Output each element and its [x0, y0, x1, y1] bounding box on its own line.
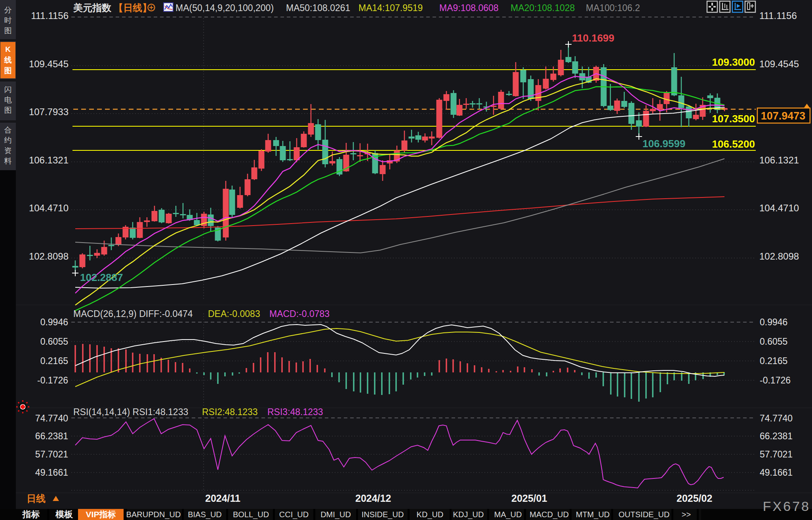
svg-text:107.9473: 107.9473	[761, 110, 806, 122]
svg-text:DMI_UD: DMI_UD	[320, 510, 351, 519]
svg-text:MA20:108.1028: MA20:108.1028	[511, 3, 575, 13]
svg-text:OUTSIDE_UD: OUTSIDE_UD	[619, 510, 670, 519]
svg-text:DEA:-0.0083: DEA:-0.0083	[208, 309, 260, 319]
svg-text:日线: 日线	[27, 493, 46, 504]
svg-text:66.2381: 66.2381	[760, 431, 793, 441]
svg-text:KD_UD: KD_UD	[417, 510, 444, 519]
svg-text:模板: 模板	[55, 509, 73, 519]
svg-text:111.1156: 111.1156	[31, 10, 69, 21]
svg-text:料: 料	[4, 157, 12, 165]
svg-text:闪: 闪	[4, 85, 12, 94]
svg-text:109.3000: 109.3000	[712, 56, 755, 68]
svg-text:0.6055: 0.6055	[760, 336, 787, 347]
svg-text:指标: 指标	[22, 509, 40, 519]
svg-text:MA50:108.0261: MA50:108.0261	[286, 3, 350, 13]
svg-text:2024/11: 2024/11	[205, 493, 240, 504]
svg-text:49.1661: 49.1661	[35, 467, 68, 478]
svg-text:109.4545: 109.4545	[29, 59, 69, 69]
svg-text:0.2165: 0.2165	[760, 356, 787, 366]
svg-text:MACD(26,12,9) DIFF:-0.0474: MACD(26,12,9) DIFF:-0.0474	[73, 309, 193, 319]
svg-text:INSIDE_UD: INSIDE_UD	[362, 510, 404, 519]
svg-text:合: 合	[4, 126, 12, 134]
svg-text:VIP指标: VIP指标	[86, 510, 116, 519]
svg-text:>>: >>	[682, 510, 691, 519]
svg-text:106.1321: 106.1321	[759, 155, 799, 165]
svg-text:时: 时	[4, 16, 12, 25]
svg-text:RSI(14,14,14) RSI1:48.1233: RSI(14,14,14) RSI1:48.1233	[73, 407, 188, 417]
svg-text:109.4545: 109.4545	[759, 59, 799, 69]
svg-text:-0.1726: -0.1726	[760, 375, 791, 385]
svg-text:K: K	[5, 45, 11, 53]
svg-text:BIAS_UD: BIAS_UD	[188, 510, 222, 519]
svg-text:【日线】: 【日线】	[114, 2, 152, 13]
svg-text:电: 电	[4, 96, 12, 104]
svg-text:102.8098: 102.8098	[759, 251, 799, 262]
svg-text:111.1156: 111.1156	[759, 10, 797, 21]
svg-text:线: 线	[4, 56, 12, 64]
svg-text:49.1661: 49.1661	[760, 467, 793, 478]
svg-text:图: 图	[4, 106, 12, 114]
svg-text:0.6055: 0.6055	[40, 336, 68, 347]
svg-text:0.9946: 0.9946	[760, 317, 787, 327]
svg-text:MA(50,14,9,20,100,200): MA(50,14,9,20,100,200)	[175, 3, 274, 13]
svg-text:0.2165: 0.2165	[40, 356, 68, 366]
svg-text:104.4710: 104.4710	[29, 203, 69, 213]
svg-text:2025/02: 2025/02	[677, 493, 712, 504]
svg-text:MA_UD: MA_UD	[494, 510, 522, 519]
svg-text:74.7740: 74.7740	[760, 413, 793, 423]
svg-text:-0.1726: -0.1726	[37, 375, 68, 385]
svg-text:RSI2:48.1233: RSI2:48.1233	[202, 407, 258, 417]
svg-text:约: 约	[4, 136, 12, 144]
svg-text:102.2887: 102.2887	[80, 271, 123, 283]
svg-text:102.8098: 102.8098	[29, 251, 69, 262]
svg-text:美元指数: 美元指数	[73, 2, 112, 13]
svg-text:66.2381: 66.2381	[35, 431, 68, 441]
svg-text:MA100:106.2: MA100:106.2	[586, 3, 640, 13]
svg-text:110.1699: 110.1699	[572, 32, 614, 44]
svg-text:MACD:-0.0783: MACD:-0.0783	[269, 309, 330, 319]
svg-text:资: 资	[4, 146, 12, 155]
svg-text:2024/12: 2024/12	[355, 493, 391, 504]
svg-text:BARUPDN_UD: BARUPDN_UD	[126, 510, 181, 519]
svg-text:57.7021: 57.7021	[760, 449, 793, 459]
svg-text:CCI_UD: CCI_UD	[279, 510, 309, 519]
svg-text:FX678: FX678	[763, 499, 810, 514]
svg-text:106.9599: 106.9599	[642, 138, 685, 150]
svg-text:MA9:108.0608: MA9:108.0608	[439, 3, 499, 13]
svg-text:57.7021: 57.7021	[35, 449, 68, 459]
svg-text:106.5200: 106.5200	[712, 138, 755, 150]
svg-text:图: 图	[4, 27, 12, 35]
svg-text:74.7740: 74.7740	[35, 413, 68, 423]
svg-text:2025/01: 2025/01	[511, 493, 547, 504]
svg-text:106.1321: 106.1321	[29, 155, 69, 165]
svg-text:图: 图	[4, 66, 12, 75]
svg-text:KDJ_UD: KDJ_UD	[453, 510, 484, 519]
svg-text:BOLL_UD: BOLL_UD	[233, 510, 269, 519]
svg-text:107.7933: 107.7933	[29, 106, 69, 117]
svg-text:MA14:107.9519: MA14:107.9519	[358, 3, 423, 13]
svg-text:104.4710: 104.4710	[759, 203, 799, 213]
svg-text:分: 分	[4, 6, 12, 14]
svg-text:MACD_UD: MACD_UD	[530, 510, 569, 519]
svg-text:0.9946: 0.9946	[40, 317, 68, 327]
svg-text:107.3500: 107.3500	[712, 113, 755, 125]
svg-text:MTM_UD: MTM_UD	[576, 510, 610, 519]
svg-text:RSI3:48.1233: RSI3:48.1233	[267, 407, 323, 417]
